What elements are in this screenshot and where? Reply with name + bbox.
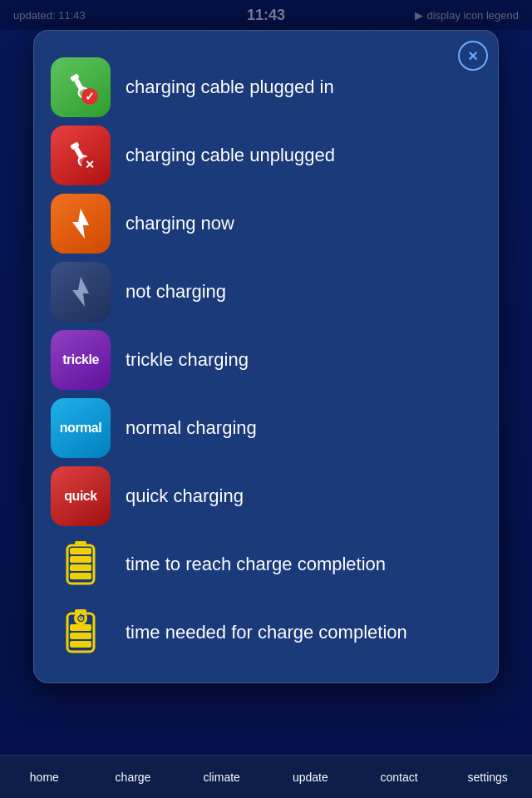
legend-item-trickle: trickletrickle charging xyxy=(51,330,481,390)
legend-icon-trickle: trickle xyxy=(51,330,111,390)
legend-item-charging-now: charging now xyxy=(51,194,481,254)
legend-icon-time-needed: ⏱ xyxy=(51,603,111,663)
legend-item-quick: quickquick charging xyxy=(51,466,481,526)
svg-rect-19 xyxy=(70,548,91,554)
svg-rect-18 xyxy=(70,556,91,563)
svg-rect-24 xyxy=(70,624,91,631)
svg-text:⏱: ⏱ xyxy=(76,613,86,623)
legend-item-time-needed: ⏱ time needed for charge completion xyxy=(51,603,481,663)
legend-icon-cable-plugged: ✓ xyxy=(51,57,111,117)
legend-label-cable-plugged: charging cable plugged in xyxy=(126,76,334,98)
modal-overlay: × ✓ charging cable plugged in ✕ charging… xyxy=(0,0,532,798)
nav-item-climate[interactable]: climate xyxy=(177,771,266,784)
legend-icon-quick: quick xyxy=(51,466,111,526)
svg-rect-22 xyxy=(70,641,91,648)
svg-marker-12 xyxy=(72,209,89,239)
legend-modal: × ✓ charging cable plugged in ✕ charging… xyxy=(33,30,499,683)
legend-label-time-reach: time to reach charge completion xyxy=(126,554,386,575)
svg-rect-16 xyxy=(70,573,91,579)
legend-label-trickle: trickle charging xyxy=(126,349,249,371)
legend-item-cable-plugged: ✓ charging cable plugged in xyxy=(51,57,481,117)
nav-item-settings[interactable]: settings xyxy=(443,771,532,784)
legend-icon-charging-now xyxy=(51,194,111,254)
legend-label-charging-now: charging now xyxy=(126,213,234,234)
svg-marker-13 xyxy=(72,277,89,307)
legend-item-not-charging: not charging xyxy=(51,262,481,322)
legend-icon-time-reach xyxy=(51,534,111,594)
nav-item-update[interactable]: update xyxy=(266,771,355,784)
legend-item-normal: normalnormal charging xyxy=(51,398,481,458)
modal-close-button[interactable]: × xyxy=(458,41,488,71)
legend-list: ✓ charging cable plugged in ✕ charging c… xyxy=(51,57,481,663)
legend-label-quick: quick charging xyxy=(126,485,244,507)
nav-item-charge[interactable]: charge xyxy=(89,771,178,784)
legend-icon-not-charging xyxy=(51,262,111,322)
legend-label-cable-unplugged: charging cable unplugged xyxy=(126,145,335,166)
svg-rect-17 xyxy=(70,564,91,571)
legend-label-normal: normal charging xyxy=(126,417,257,439)
svg-rect-23 xyxy=(70,633,91,639)
legend-item-time-reach: time to reach charge completion xyxy=(51,534,481,594)
legend-item-cable-unplugged: ✕ charging cable unplugged xyxy=(51,126,481,185)
svg-text:✕: ✕ xyxy=(85,158,95,171)
legend-label-not-charging: not charging xyxy=(126,281,226,303)
legend-icon-normal: normal xyxy=(51,398,111,458)
bottom-nav-bar: homechargeclimateupdatecontactsettings xyxy=(0,755,532,798)
svg-text:✓: ✓ xyxy=(85,90,95,103)
legend-label-time-needed: time needed for charge completion xyxy=(126,622,407,643)
nav-item-contact[interactable]: contact xyxy=(355,771,444,784)
nav-item-home[interactable]: home xyxy=(0,771,89,784)
legend-icon-cable-unplugged: ✕ xyxy=(51,126,111,185)
